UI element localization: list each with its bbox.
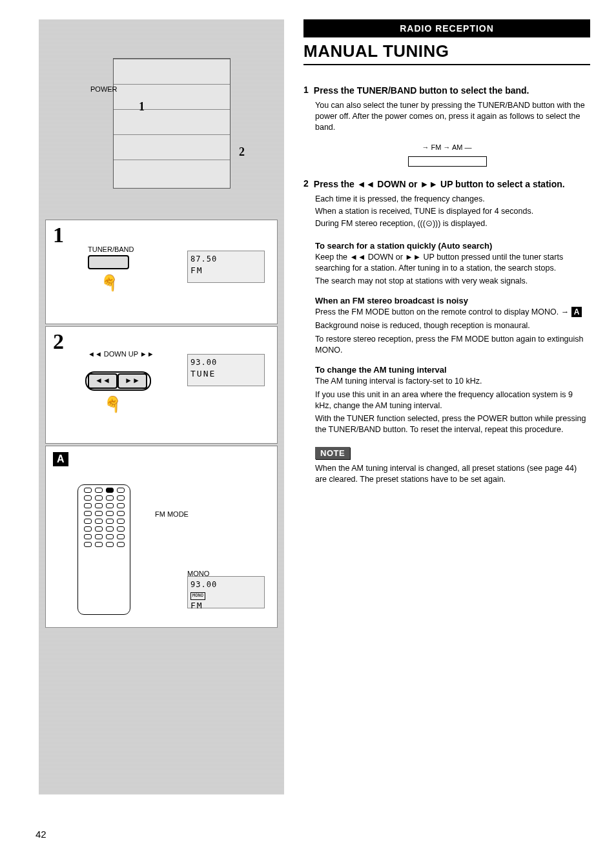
fm-noisy-p2: Background noise is reduced, though rece… [315,320,590,331]
power-label: POWER [90,85,118,93]
lcd-display-1: 87.50 FM [187,251,265,283]
step2-number: 2 [53,329,64,354]
step2-body2: When a station is received, TUNE is disp… [315,206,590,217]
a-tag: A [53,452,68,466]
step2-body3: During FM stereo reception, (((⊙))) is d… [315,218,590,229]
step2-num: 2 [303,178,309,190]
tuner-band-label: TUNER/BAND [88,245,134,253]
hand-pointer-icon: ☝ [100,274,119,292]
note-label: NOTE [315,447,350,459]
note-text: When the AM tuning interval is changed, … [315,463,590,485]
down-up-label: ◄◄ DOWN UP ►► [88,350,154,358]
instruction-illustration: POWER 1 2 1 TUNER/BAND ☝ 87.50 FM 2 ◄◄ D… [39,19,284,794]
autosearch-p1: Keep the ◄◄ DOWN or ►► UP button pressed… [315,252,590,274]
fm-noisy-p3: To restore stereo reception, press the F… [315,334,590,356]
step1-heading: Press the TUNER/BAND button to select th… [314,85,529,96]
callout-2: 2 [239,145,245,159]
page-title: MANUAL TUNING [303,41,590,61]
page-number: 42 [36,829,46,840]
fm-noisy-p1: Press the FM MODE button on the remote c… [315,307,590,318]
tuner-band-button-icon [88,255,129,269]
lcd-display-3: 93.00 MONO FM [187,576,265,608]
am-interval-heading: To change the AM tuning interval [315,365,590,375]
step2-body1: Each time it is pressed, the frequency c… [315,194,590,205]
up-button-icon: ►► [118,373,147,389]
down-button-icon: ◄◄ [88,373,118,389]
am-interval-p1: The AM tuning interval is factory-set to… [315,376,590,387]
step1-num: 1 [303,85,309,96]
step1-number: 1 [53,223,64,247]
autosearch-heading: To search for a station quickly (Auto se… [315,241,590,251]
autosearch-p2: The search may not stop at stations with… [315,276,590,287]
band-loop-diagram: → FM → AM ― [408,145,486,167]
fm-mode-label: FM MODE [155,510,189,518]
remote-control-icon [77,484,130,615]
title-underline [303,64,590,65]
lcd-display-2: 93.00 TUNE [187,354,265,386]
fm-noisy-heading: When an FM stereo broadcast is noisy [315,296,590,305]
step1-body: You can also select the tuner by pressin… [315,100,590,133]
step2-heading: Press the ◄◄ DOWN or ►► UP button to sel… [314,178,565,190]
stereo-device-illustration [113,58,231,189]
section-header: RADIO RECEPTION [303,19,590,37]
am-interval-p3: With the TUNER function selected, press … [315,413,590,435]
hand-pointer-icon: ☝ [103,395,123,413]
a-reference-icon: A [571,307,582,317]
callout-1: 1 [139,100,145,114]
am-interval-p2: If you use this unit in an area where th… [315,389,590,411]
